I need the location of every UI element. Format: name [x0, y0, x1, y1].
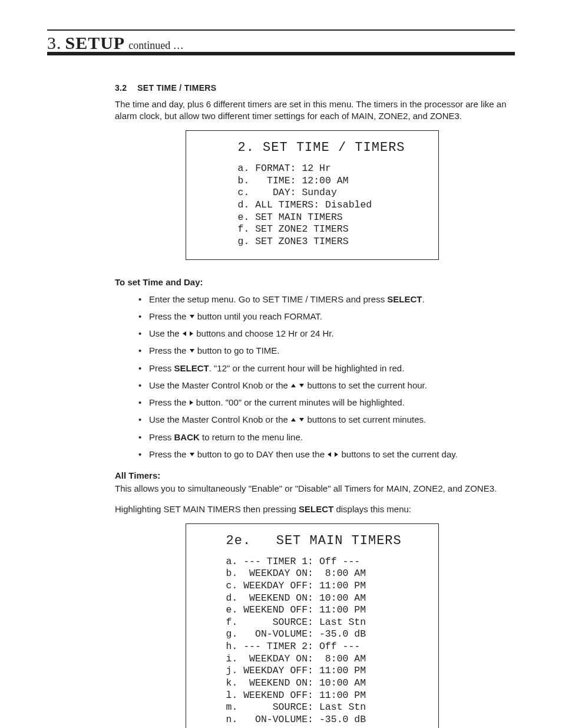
- highlighting-bold: SELECT: [299, 504, 333, 514]
- step-text: button to go to DAY then use the: [195, 449, 328, 459]
- step-item: Press SELECT. "12" or the current hour w…: [138, 363, 509, 374]
- chapter-word: SETUP: [65, 34, 125, 52]
- menu2-line: h. --- TIMER 2: Off ---: [226, 641, 428, 653]
- menu1-line: e. SET MAIN TIMERS: [238, 212, 428, 224]
- menu-set-time-timers: 2. SET TIME / TIMERS a. FORMAT: 12 Hr b.…: [186, 130, 439, 260]
- step-bold: SELECT: [387, 294, 422, 304]
- chapter-header: 3. SETUP continued …: [47, 29, 515, 55]
- step-text: Press the: [149, 449, 189, 459]
- menu2-line: m. SOURCE: Last Stn: [226, 701, 428, 714]
- menu1-line: a. FORMAT: 12 Hr: [238, 163, 428, 175]
- content-column: 3.2 SET TIME / TIMERS The time and day, …: [115, 83, 509, 728]
- highlighting-post: displays this menu:: [333, 504, 411, 514]
- right-arrow-icon: [190, 400, 193, 405]
- highlighting-text: Highlighting SET MAIN TIMERS then pressi…: [115, 503, 509, 515]
- step-text: Press: [149, 432, 174, 442]
- step-text: buttons to set the current day.: [339, 449, 458, 459]
- menu2-line: n. ON-VOLUME: -35.0 dB: [226, 714, 428, 726]
- menu2-line: i. WEEKDAY ON: 8:00 AM: [226, 653, 428, 666]
- step-text: Press the: [149, 345, 189, 355]
- right-arrow-icon: [190, 331, 193, 336]
- menu2-line: c. WEEKDAY OFF: 11:00 PM: [226, 580, 428, 592]
- section-intro: The time and day, plus 6 different timer…: [115, 98, 509, 123]
- step-text: Press the: [149, 311, 189, 321]
- step-item: Press BACK to return to the menu line.: [138, 431, 509, 443]
- step-bold: BACK: [174, 432, 200, 442]
- section-number: 3.2: [115, 83, 135, 94]
- chapter-continued: continued …: [128, 40, 183, 51]
- menu1-line: f. SET ZONE2 TIMERS: [238, 223, 428, 236]
- down-arrow-icon: [190, 315, 194, 318]
- menu2-line: l. WEEKEND OFF: 11:00 PM: [226, 690, 428, 702]
- steps-list: Enter the setup menu. Go to SET TIME / T…: [138, 294, 509, 461]
- step-text: buttons to set the current hour.: [305, 380, 427, 390]
- step-item: Use the Master Control Knob or the butto…: [138, 380, 509, 391]
- down-arrow-icon: [299, 384, 304, 387]
- step-text: . "12" or the current hour will be highl…: [209, 363, 405, 373]
- menu1-line: d. ALL TIMERS: Disabled: [238, 199, 428, 212]
- step-text: to return to the menu line.: [200, 432, 303, 442]
- highlighting-pre: Highlighting SET MAIN TIMERS then pressi…: [115, 504, 299, 514]
- up-arrow-icon: [291, 418, 296, 421]
- left-arrow-icon: [328, 452, 331, 457]
- menu1-line: b. TIME: 12:00 AM: [238, 175, 428, 187]
- step-text: Use the Master Control Knob or the: [149, 380, 290, 390]
- down-arrow-icon: [299, 418, 304, 421]
- step-text: buttons and choose 12 Hr or 24 Hr.: [194, 328, 334, 338]
- step-bold: SELECT: [174, 363, 209, 373]
- menu2-line: g. ON-VOLUME: -35.0 dB: [226, 628, 428, 641]
- step-text: buttons to set current minutes.: [305, 414, 426, 424]
- subheading-set-time-day: To set Time and Day:: [115, 276, 509, 288]
- step-item: Press the button to go to TIME.: [138, 345, 509, 357]
- left-arrow-icon: [183, 331, 186, 336]
- menu1-line: g. SET ZONE3 TIMERS: [238, 236, 428, 248]
- menu-set-main-timers: 2e. SET MAIN TIMERS a. --- TIMER 1: Off …: [186, 523, 439, 728]
- step-item: Press the button. "00" or the current mi…: [138, 397, 509, 409]
- menu2-line: a. --- TIMER 1: Off ---: [226, 556, 428, 568]
- step-text: Press: [149, 363, 174, 373]
- step-text: Press the: [149, 397, 189, 407]
- step-item: Use the Master Control Knob or the butto…: [138, 414, 509, 426]
- menu2-line: f. SOURCE: Last Stn: [226, 617, 428, 629]
- step-item: Press the button to go to DAY then use t…: [138, 449, 509, 460]
- menu2-line: k. WEEKEND ON: 10:00 AM: [226, 677, 428, 690]
- step-item: Use the buttons and choose 12 Hr or 24 H…: [138, 328, 509, 340]
- step-text: .: [422, 294, 425, 304]
- step-text: Use the Master Control Knob or the: [149, 414, 290, 424]
- page: 3. SETUP continued … 3.2 SET TIME / TIME…: [0, 0, 562, 728]
- right-arrow-icon: [335, 452, 338, 457]
- up-arrow-icon: [291, 384, 296, 387]
- menu2-line: d. WEEKEND ON: 10:00 AM: [226, 592, 428, 605]
- menu2-title: 2e. SET MAIN TIMERS: [226, 532, 428, 550]
- down-arrow-icon: [190, 453, 194, 456]
- menu1-line: c. DAY: Sunday: [238, 187, 428, 199]
- step-item: Enter the setup menu. Go to SET TIME / T…: [138, 294, 509, 305]
- menu2-line: j. WEEKDAY OFF: 11:00 PM: [226, 665, 428, 677]
- step-text: button until you reach FORMAT.: [195, 311, 322, 321]
- menu1-title: 2. SET TIME / TIMERS: [238, 139, 428, 157]
- menu2-line: b. WEEKDAY ON: 8:00 AM: [226, 568, 428, 580]
- all-timers-text: This allows you to simultaneously "Enabl…: [115, 483, 509, 495]
- chapter-number: 3.: [47, 34, 62, 52]
- section-heading: 3.2 SET TIME / TIMERS: [115, 83, 509, 94]
- subheading-all-timers: All Timers:: [115, 470, 509, 482]
- step-text: button to go to TIME.: [195, 345, 280, 355]
- section-title: SET TIME / TIMERS: [137, 83, 216, 93]
- step-text: button. "00" or the current minutes will…: [194, 397, 405, 407]
- step-text: Enter the setup menu. Go to SET TIME / T…: [149, 294, 387, 304]
- down-arrow-icon: [190, 349, 194, 353]
- step-item: Press the button until you reach FORMAT.: [138, 311, 509, 322]
- menu2-line: e. WEEKEND OFF: 11:00 PM: [226, 604, 428, 617]
- step-text: Use the: [149, 328, 182, 338]
